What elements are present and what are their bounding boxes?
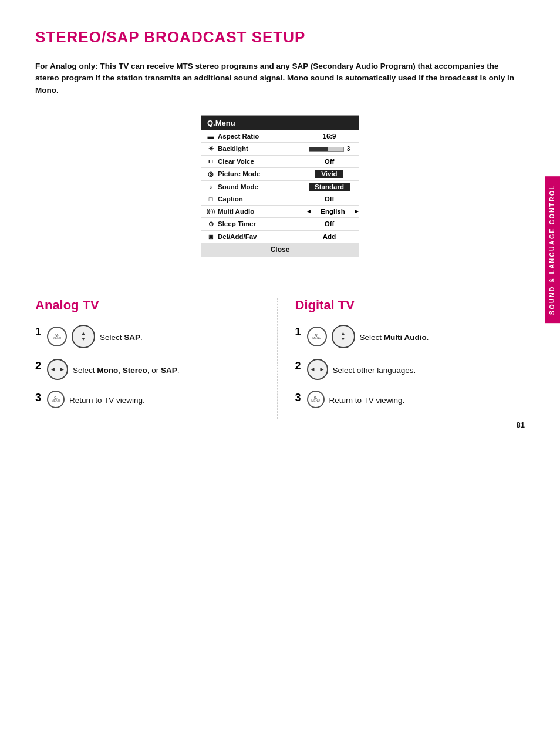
sidebar-label: SOUND & LANGUAGE CONTROL — [545, 176, 560, 323]
multiaudio-value-row: ◄ English ► — [303, 208, 362, 215]
analog-step3-text: Return to TV viewing. — [69, 392, 145, 406]
digital-step2-text: Select other languages. — [333, 362, 416, 376]
sleeptimer-value: Off — [320, 220, 339, 228]
analog-step-1: 1 Q. MENU ▲ ▼ Select SAP. — [35, 325, 265, 348]
page-container: STEREO/SAP BROADCAST SETUP For Analog on… — [0, 0, 560, 447]
digital-step1-num: 1 — [295, 326, 302, 338]
aspect-value: 16:9 — [318, 132, 340, 140]
digital-step1-nav-btn: ▲ ▼ — [332, 325, 355, 348]
aspect-label: Aspect Ratio — [218, 133, 259, 140]
digital-step2-lr-btn: ◄ ► — [307, 359, 328, 380]
intro-text: For Analog only: This TV can receive MTS… — [35, 60, 517, 96]
digital-step3-text: Return to TV viewing. — [329, 392, 405, 406]
backlight-bar — [309, 147, 344, 152]
picturemode-value: Vivid — [315, 170, 343, 178]
backlight-label: Backlight — [218, 145, 248, 152]
qmenu-header: Q.Menu — [201, 116, 359, 130]
analog-step1-nav-btn: ▲ ▼ — [72, 325, 95, 348]
picturemode-label: Picture Mode — [218, 170, 260, 177]
digital-step-1: 1 Q. MENU ▲ ▼ Select Multi Audio. — [295, 325, 525, 348]
caption-value: Off — [320, 195, 339, 203]
digital-tv-title: Digital TV — [295, 298, 525, 313]
deladdfav-value: Add — [318, 233, 340, 241]
qmenu-row-aspect: ▬ Aspect Ratio 16:9 — [201, 130, 359, 143]
digital-step3-menu-btn: Q. MENU — [307, 391, 325, 408]
clearvoice-value: Off — [320, 157, 339, 166]
picturemode-icon: ◎ — [206, 170, 215, 178]
backlight-value: 3 — [347, 146, 350, 152]
analog-step1-num: 1 — [35, 326, 42, 338]
qmenu-row-sleeptimer: ⊙ Sleep Timer Off — [201, 218, 359, 231]
qmenu-row-multiaudio: ((·)) Multi Audio ◄ English ► — [201, 206, 359, 218]
soundmode-label: Sound Mode — [218, 183, 258, 190]
analog-tv-section: Analog TV 1 Q. MENU ▲ ▼ Select SAP. — [35, 298, 278, 419]
analog-step-2: 2 ◄ ► Select Mono, Stereo, or SAP. — [35, 359, 265, 380]
digital-step3-num: 3 — [295, 392, 302, 404]
caption-icon: □ — [206, 196, 215, 203]
multiaudio-label: Multi Audio — [218, 208, 254, 215]
multiaudio-value: English — [321, 208, 345, 215]
deladdfav-icon: ▣ — [206, 234, 215, 240]
soundmode-value: Standard — [309, 183, 350, 191]
section-divider — [35, 281, 525, 281]
qmenu-wrapper: Q.Menu ▬ Aspect Ratio 16:9 ✳ Backlight — [35, 115, 525, 257]
analog-step3-menu-btn: Q. MENU — [47, 391, 65, 408]
page-number: 81 — [517, 420, 525, 429]
analog-tv-title: Analog TV — [35, 298, 265, 313]
analog-step1-text: Select SAP. — [100, 329, 143, 344]
clearvoice-label: Clear Voice — [218, 158, 254, 165]
digital-step-2: 2 ◄ ► Select other languages. — [295, 359, 525, 380]
digital-step1-text: Select Multi Audio. — [360, 329, 429, 344]
multiaudio-icon: ((·)) — [206, 208, 215, 214]
caption-label: Caption — [218, 196, 243, 203]
qmenu-row-backlight: ✳ Backlight 3 — [201, 143, 359, 156]
sleeptimer-label: Sleep Timer — [218, 220, 256, 227]
qmenu-row-clearvoice: I□ Clear Voice Off — [201, 156, 359, 168]
aspect-icon: ▬ — [206, 133, 215, 140]
clearvoice-icon: I□ — [206, 159, 215, 164]
qmenu-close-row[interactable]: Close — [201, 243, 359, 257]
qmenu-row-picturemode: ◎ Picture Mode Vivid — [201, 168, 359, 181]
digital-step-3: 3 Q. MENU Return to TV viewing. — [295, 391, 525, 408]
sleeptimer-icon: ⊙ — [206, 220, 215, 228]
digital-tv-section: Digital TV 1 Q. MENU ▲ ▼ Select Multi Au… — [278, 298, 525, 419]
analog-step-3: 3 Q. MENU Return to TV viewing. — [35, 391, 265, 408]
qmenu-close-label: Close — [271, 245, 290, 254]
analog-step3-num: 3 — [35, 392, 42, 404]
qmenu-row-deladdfav: ▣ Del/Add/Fav Add — [201, 231, 359, 243]
page-title: STEREO/SAP BROADCAST SETUP — [35, 28, 525, 46]
soundmode-icon: ♪ — [206, 183, 215, 190]
two-col-section: Analog TV 1 Q. MENU ▲ ▼ Select SAP. — [35, 298, 525, 419]
analog-step1-menu-btn: Q. MENU — [47, 327, 67, 346]
digital-step1-menu-btn: Q. MENU — [307, 327, 327, 346]
analog-step2-num: 2 — [35, 360, 42, 372]
arrow-left-icon: ◄ — [306, 208, 312, 214]
qmenu-row-soundmode: ♪ Sound Mode Standard — [201, 181, 359, 193]
deladdfav-label: Del/Add/Fav — [218, 233, 257, 240]
qmenu-box: Q.Menu ▬ Aspect Ratio 16:9 ✳ Backlight — [201, 115, 359, 257]
backlight-icon: ✳ — [206, 145, 215, 153]
qmenu-row-caption: □ Caption Off — [201, 193, 359, 206]
analog-step2-lr-btn: ◄ ► — [47, 359, 68, 380]
arrow-right-icon: ► — [354, 208, 360, 214]
digital-step2-num: 2 — [295, 360, 302, 372]
analog-step2-text: Select Mono, Stereo, or SAP. — [73, 362, 180, 376]
